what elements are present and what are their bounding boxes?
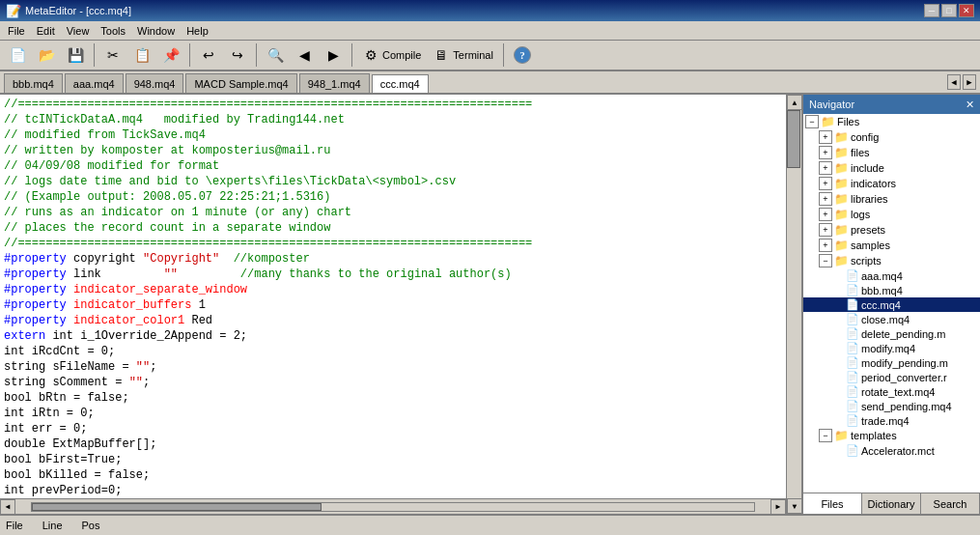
tree-file-bbb[interactable]: 📄 bbb.mq4 — [803, 283, 980, 297]
next-button[interactable]: ▶ — [320, 42, 347, 68]
tree-file-send-pending[interactable]: 📄 send_pending.mq4 — [803, 399, 980, 413]
tab-macd[interactable]: MACD Sample.mq4 — [185, 73, 296, 93]
tree-file-trade[interactable]: 📄 trade.mq4 — [803, 413, 980, 428]
modpend-file-icon: 📄 — [846, 356, 859, 369]
menu-view[interactable]: View — [61, 23, 96, 39]
tree-item-presets[interactable]: + 📁 presets — [803, 222, 980, 238]
tree-item-templates[interactable]: − 📁 templates — [803, 428, 980, 443]
scroll-right-btn[interactable]: ▶ — [770, 499, 786, 515]
prev-button[interactable]: ◀ — [291, 42, 318, 68]
h-scroll-thumb[interactable] — [32, 503, 322, 511]
indicators-toggle[interactable]: + — [819, 177, 832, 190]
v-scroll-track[interactable] — [787, 110, 801, 498]
maximize-button[interactable]: □ — [941, 4, 957, 17]
logs-label: logs — [851, 209, 870, 220]
accel-label: Accelerator.mct — [861, 445, 935, 457]
close-button[interactable]: ✕ — [959, 4, 974, 17]
root-toggle[interactable]: − — [805, 115, 819, 128]
help-button[interactable]: ? — [509, 42, 536, 68]
tree-root-files[interactable]: − 📁 Files — [803, 114, 980, 129]
aaa-file-icon: 📄 — [846, 269, 859, 282]
tree-file-aaa[interactable]: 📄 aaa.mq4 — [803, 268, 980, 283]
tree-file-accelerator[interactable]: 📄 Accelerator.mct — [803, 443, 980, 458]
code-content[interactable]: //======================================… — [0, 95, 786, 498]
navigator-tree[interactable]: − 📁 Files + 📁 config + 📁 files + 📁 inclu… — [803, 114, 980, 493]
nav-tab-search[interactable]: Search — [921, 493, 980, 514]
menu-edit[interactable]: Edit — [31, 23, 61, 39]
navigator-close-btn[interactable]: ✕ — [966, 99, 974, 111]
libraries-toggle[interactable]: + — [819, 192, 832, 206]
find-button[interactable]: 🔍 — [262, 42, 289, 68]
copy-button[interactable]: 📋 — [128, 42, 155, 68]
delpend-label: delete_pending.m — [861, 328, 945, 340]
compile-button[interactable]: ⚙ Compile — [357, 42, 426, 68]
tree-item-logs[interactable]: + 📁 logs — [803, 207, 980, 222]
nav-tab-dictionary[interactable]: Dictionary — [862, 493, 921, 514]
tab-nav-next[interactable]: ▶ — [963, 74, 976, 90]
menu-help[interactable]: Help — [181, 23, 214, 39]
files-toggle[interactable]: + — [819, 146, 832, 159]
tree-item-scripts[interactable]: − 📁 scripts — [803, 253, 980, 268]
tree-item-libraries[interactable]: + 📁 libraries — [803, 191, 980, 207]
scroll-up-btn[interactable]: ▲ — [787, 95, 802, 110]
tree-item-samples[interactable]: + 📁 samples — [803, 238, 980, 253]
nav-tab-files[interactable]: Files — [803, 493, 862, 514]
tree-file-delete-pending[interactable]: 📄 delete_pending.m — [803, 326, 980, 341]
redo-button[interactable]: ↪ — [224, 42, 251, 68]
tree-item-include[interactable]: + 📁 include — [803, 160, 980, 176]
sendpend-file-icon: 📄 — [846, 400, 859, 412]
v-scroll-thumb[interactable] — [787, 110, 800, 168]
tab-nav-prev[interactable]: ◀ — [947, 74, 961, 90]
tree-file-ccc[interactable]: 📄 ccc.mq4 — [803, 297, 980, 312]
tab-948-1[interactable]: 948_1.mq4 — [299, 73, 370, 93]
status-position: Pos — [82, 520, 100, 531]
v-scrollbar[interactable]: ▲ ▼ — [786, 95, 801, 514]
samples-toggle[interactable]: + — [819, 239, 832, 252]
main-area: //======================================… — [0, 95, 980, 514]
compile-label: Compile — [382, 49, 421, 61]
tree-item-indicators[interactable]: + 📁 indicators — [803, 176, 980, 191]
terminal-label: Terminal — [453, 49, 493, 61]
libraries-label: libraries — [851, 193, 888, 205]
open-icon: 📂 — [38, 46, 55, 64]
tree-file-rotate-text[interactable]: 📄 rotate_text.mq4 — [803, 384, 980, 399]
tab-948[interactable]: 948.mq4 — [126, 73, 184, 93]
scripts-toggle[interactable]: − — [819, 254, 832, 268]
tree-file-period-converter[interactable]: 📄 period_converter.r — [803, 370, 980, 384]
config-folder-icon: 📁 — [834, 130, 849, 144]
scroll-down-btn[interactable]: ▼ — [787, 498, 802, 514]
config-toggle[interactable]: + — [819, 130, 832, 144]
tree-file-close[interactable]: 📄 close.mq4 — [803, 312, 980, 326]
tab-ccc[interactable]: ccc.mq4 — [372, 74, 429, 94]
logs-toggle[interactable]: + — [819, 208, 832, 221]
menu-tools[interactable]: Tools — [95, 23, 131, 39]
tree-file-modify-pending[interactable]: 📄 modify_pending.m — [803, 355, 980, 370]
title-bar-left: 📝 MetaEditor - [ccc.mq4] — [6, 4, 131, 18]
terminal-button[interactable]: 🖥 Terminal — [428, 42, 498, 68]
cut-icon: ✂ — [104, 46, 122, 64]
undo-icon: ↩ — [200, 46, 217, 64]
tree-file-modify[interactable]: 📄 modify.mq4 — [803, 341, 980, 355]
tree-item-config[interactable]: + 📁 config — [803, 129, 980, 145]
cut-button[interactable]: ✂ — [99, 42, 126, 68]
tab-bbb[interactable]: bbb.mq4 — [4, 73, 63, 93]
tab-aaa[interactable]: aaa.mq4 — [65, 73, 124, 93]
paste-button[interactable]: 📌 — [157, 42, 184, 68]
include-toggle[interactable]: + — [819, 161, 832, 175]
scroll-left-btn[interactable]: ◀ — [0, 499, 15, 515]
presets-toggle[interactable]: + — [819, 223, 832, 237]
minimize-button[interactable]: ─ — [924, 4, 939, 17]
h-scrollbar[interactable]: ◀ ▶ — [0, 498, 786, 514]
menu-file[interactable]: File — [2, 23, 31, 39]
open-button[interactable]: 📂 — [33, 42, 60, 68]
separator-5 — [503, 43, 504, 67]
undo-button[interactable]: ↩ — [195, 42, 222, 68]
tree-item-files[interactable]: + 📁 files — [803, 145, 980, 160]
h-scroll-track[interactable] — [31, 502, 755, 512]
new-button[interactable]: 📄 — [4, 42, 31, 68]
save-button[interactable]: 💾 — [62, 42, 89, 68]
templates-toggle[interactable]: − — [819, 429, 832, 442]
menu-window[interactable]: Window — [131, 23, 181, 39]
include-folder-icon: 📁 — [834, 161, 849, 175]
separator-4 — [351, 43, 352, 67]
